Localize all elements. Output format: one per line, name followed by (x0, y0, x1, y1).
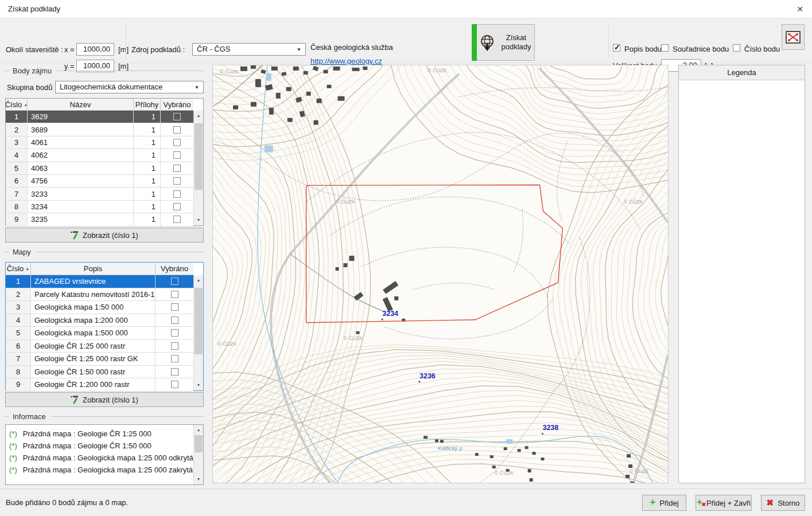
vybrano-cell (161, 201, 193, 213)
vybrano-checkbox[interactable] (171, 303, 178, 311)
row-number: 5 (6, 327, 31, 339)
source-dropdown[interactable]: ČR - ČGS ▼ (192, 43, 306, 56)
close-icon[interactable]: ✕ (792, 2, 807, 16)
maps-group-label: Mapy (5, 248, 204, 256)
add-close-button[interactable]: +✖ Přidej + Zavři (696, 495, 752, 511)
maps-table-row[interactable]: 5Geologická mapa 1:500 000 (6, 327, 193, 340)
vybrano-checkbox[interactable] (173, 190, 181, 198)
points-table-row[interactable]: 236891 (6, 123, 193, 136)
cislo-bodu-label: Číslo bodu (744, 45, 780, 53)
maps-table-row[interactable]: 8Geologie ČR 1:50 000 rastr (6, 366, 193, 379)
row-name: Geologie ČR 1:25 000 rastr GK (31, 353, 156, 365)
vybrano-checkbox[interactable] (173, 113, 181, 120)
vybrano-checkbox[interactable] (173, 126, 181, 134)
row-attachments: 1 (134, 187, 161, 200)
maps-table-row[interactable]: 7Geologie ČR 1:25 000 rastr GK (6, 353, 193, 366)
scroll-down-icon[interactable]: ▼ (194, 475, 203, 484)
add-button[interactable]: + Přidej (642, 495, 686, 511)
row-attachments: 1 (134, 149, 161, 161)
maps-table-row[interactable]: 1ZABAGED vrstevnice (6, 275, 193, 288)
row-name: 4756 (28, 175, 134, 187)
stream-label: Katlický p (438, 445, 463, 451)
legend-title: Legenda (679, 65, 805, 80)
points-table-row[interactable]: 732331 (6, 187, 193, 200)
zoom-extents-button[interactable] (782, 24, 805, 50)
svg-text:© ČÚZK: © ČÚZK (217, 341, 237, 347)
map-view[interactable]: © ČÚZK© ČÚZK© ČÚZK© ČÚZK© ČÚZK© ČÚZK© ČÚ… (212, 65, 669, 483)
show-icon (71, 396, 79, 404)
points-table-row[interactable]: 647561 (6, 175, 193, 187)
col-header-nazev[interactable]: Název (28, 99, 134, 110)
vybrano-cell (156, 288, 193, 301)
provider-link[interactable]: http://www.geology.cz (310, 57, 382, 65)
vybrano-checkbox[interactable] (171, 291, 178, 298)
plus-icon: + (650, 498, 655, 506)
maps-table-row[interactable]: 9Geologie ČR 1:200 000 rastr (6, 378, 193, 392)
topo-map-svg: © ČÚZK© ČÚZK© ČÚZK© ČÚZK© ČÚZK© ČÚZK© ČÚ… (213, 65, 668, 483)
maps-table-row[interactable]: 3Geologická mapa 1:50 000 (6, 301, 193, 314)
skupina-dropdown[interactable]: Litogeochemická dokumentace ▼ (55, 81, 204, 93)
vybrano-checkbox[interactable] (173, 165, 181, 172)
points-table-row[interactable]: 540631 (6, 162, 193, 175)
cancel-button[interactable]: ✖ Storno (761, 495, 805, 511)
points-show-button[interactable]: Zobrazit (číslo 1) (5, 228, 204, 243)
row-number: 8 (6, 201, 28, 213)
vybrano-cell (156, 301, 193, 314)
vybrano-checkbox[interactable] (171, 355, 178, 362)
x-input[interactable]: 1000,00 (76, 43, 114, 56)
col-header-popis[interactable]: Popis (31, 263, 156, 275)
vybrano-checkbox[interactable] (173, 203, 181, 210)
vybrano-cell (156, 340, 193, 353)
legend-panel: Legenda (678, 65, 805, 483)
popis-bodu-checkbox[interactable] (613, 44, 620, 52)
svg-text:© ČÚZK: © ČÚZK (428, 68, 447, 73)
vybrano-checkbox[interactable] (173, 177, 181, 185)
get-data-button[interactable]: Získat podklady (477, 24, 535, 61)
vybrano-checkbox[interactable] (173, 151, 181, 159)
scrollbar-thumb[interactable] (195, 288, 203, 354)
maps-table-row[interactable]: 2Parcely Katastru nemovitostí 2016-12- (6, 288, 193, 302)
col-header-cislo[interactable]: Číslo▲ (6, 263, 31, 275)
maps-show-button[interactable]: Zobrazit (číslo 1) (5, 392, 204, 407)
vybrano-checkbox[interactable] (173, 139, 181, 146)
points-table-row[interactable]: 932351 (6, 213, 193, 226)
row-number: 1 (6, 111, 28, 123)
cislo-bodu-checkbox[interactable] (733, 44, 740, 52)
souradnice-bodu-label: Souřadnice bodu (673, 45, 729, 53)
info-item-text: Prázdná mapa : Geologie ČR 1:25 000 (23, 428, 151, 440)
maps-scrollbar[interactable]: ▲ ▼ (193, 275, 203, 390)
row-name: ZABAGED vrstevnice (31, 275, 156, 288)
souradnice-bodu-checkbox[interactable] (661, 44, 669, 52)
info-scrollbar[interactable]: ▲ ▼ (193, 425, 203, 484)
point-label: 3238 (543, 424, 559, 432)
col-header-cislo[interactable]: Číslo▲ (6, 99, 28, 110)
scroll-up-icon[interactable]: ▲ (194, 276, 203, 285)
vybrano-checkbox[interactable] (171, 316, 178, 324)
point-label: 3236 (419, 372, 436, 380)
scrollbar-thumb[interactable] (195, 123, 203, 190)
vybrano-checkbox[interactable] (171, 277, 178, 285)
scroll-up-icon[interactable]: ▲ (194, 111, 203, 120)
maps-table-body: 1ZABAGED vrstevnice2Parcely Katastru nem… (6, 275, 193, 392)
points-scrollbar[interactable]: ▲ ▼ (193, 111, 203, 225)
scroll-down-icon[interactable]: ▼ (194, 216, 203, 225)
scrollbar-thumb[interactable] (195, 435, 203, 452)
vybrano-checkbox[interactable] (171, 381, 178, 388)
scroll-down-icon[interactable]: ▼ (194, 381, 203, 390)
scroll-up-icon[interactable]: ▲ (194, 425, 203, 435)
col-header-vybrano[interactable]: Vybráno (161, 99, 193, 110)
col-header-prilohy[interactable]: Přílohy (134, 99, 161, 110)
maps-table-row[interactable]: 4Geologická mapa 1:200 000 (6, 314, 193, 327)
points-table-row[interactable]: 440621 (6, 149, 193, 162)
vybrano-checkbox[interactable] (171, 368, 178, 376)
col-header-vybrano[interactable]: Vybráno (156, 263, 193, 275)
vybrano-checkbox[interactable] (171, 329, 178, 337)
points-table-row[interactable]: 136291 (6, 111, 193, 123)
vybrano-checkbox[interactable] (173, 216, 181, 223)
vybrano-checkbox[interactable] (171, 342, 178, 350)
points-table-row[interactable]: 832341 (6, 201, 193, 213)
row-name: Geologie ČR 1:200 000 rastr (31, 378, 156, 391)
maps-table-row[interactable]: 6Geologie ČR 1:25 000 rastr (6, 340, 193, 353)
points-table-row[interactable]: 340611 (6, 136, 193, 149)
status-text: Bude přidáno 0 bodů zájmu a 0 map. (6, 498, 128, 507)
